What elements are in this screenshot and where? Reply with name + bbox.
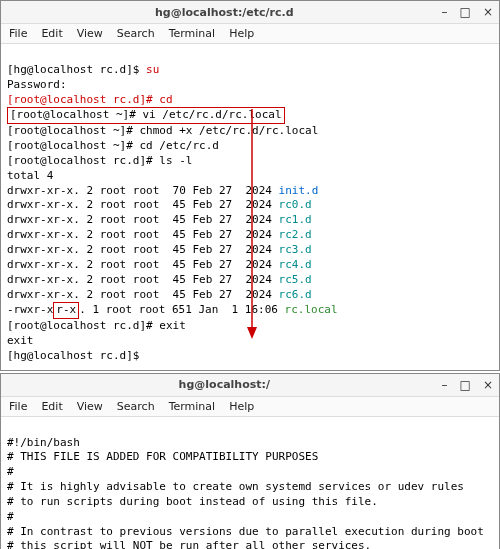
ls-row: drwxr-xr-x. 2 root root 45 Feb 27 2024 <box>7 288 279 301</box>
line: Password: <box>7 78 67 91</box>
line: # THIS FILE IS ADDED FOR COMPATIBILITY P… <box>7 450 318 463</box>
menu-help[interactable]: Help <box>229 27 254 40</box>
line: exit <box>7 334 34 347</box>
dir: rc3.d <box>279 243 312 256</box>
ls-row: drwxr-xr-x. 2 root root 45 Feb 27 2024 <box>7 273 279 286</box>
dir: rc2.d <box>279 228 312 241</box>
dir: rc0.d <box>279 198 312 211</box>
minimize-icon[interactable]: – <box>442 5 448 19</box>
line: # It is highly advisable to create own s… <box>7 480 464 493</box>
menu-edit[interactable]: Edit <box>41 27 62 40</box>
cmd: ls -l <box>159 154 192 167</box>
highlighted-command: [root@localhost ~]# vi /etc/rc.d/rc.loca… <box>7 107 285 124</box>
menu-view[interactable]: View <box>77 400 103 413</box>
menu-help[interactable]: Help <box>229 400 254 413</box>
maximize-icon[interactable]: □ <box>460 5 471 19</box>
close-icon[interactable]: × <box>483 5 493 19</box>
cmd: cd <box>159 93 172 106</box>
menu-search[interactable]: Search <box>117 400 155 413</box>
prompt: [root@localhost rc.d]# <box>7 154 159 167</box>
cmd: cd /etc/rc.d <box>139 139 218 152</box>
menu-search[interactable]: Search <box>117 27 155 40</box>
menu-file[interactable]: File <box>9 400 27 413</box>
maximize-icon[interactable]: □ <box>460 378 471 392</box>
ls-row: drwxr-xr-x. 2 root root 45 Feb 27 2024 <box>7 213 279 226</box>
prompt: [root@localhost rc.d]# <box>7 319 159 332</box>
dir: init.d <box>279 184 319 197</box>
ls-row: drwxr-xr-x. 2 root root 45 Feb 27 2024 <box>7 243 279 256</box>
cmd: su <box>146 63 159 76</box>
ls-row: drwxr-xr-x. 2 root root 45 Feb 27 2024 <box>7 228 279 241</box>
ls-row: drwxr-xr-x. 2 root root 70 Feb 27 2024 <box>7 184 279 197</box>
terminal-window-2: hg@localhost:/ – □ × File Edit View Sear… <box>0 373 500 549</box>
dir: rc6.d <box>279 288 312 301</box>
cmd: vi /etc/rc.d/rc.local <box>142 108 281 121</box>
perm-box: r-x <box>53 302 79 319</box>
ls-row: -rwxr-x <box>7 303 53 316</box>
ls-row: . 1 root root 651 Jan 1 16:06 <box>79 303 284 316</box>
menubar-1: File Edit View Search Terminal Help <box>1 24 499 44</box>
line: # this script will NOT be run after all … <box>7 539 371 549</box>
prompt: [root@localhost ~]# <box>7 124 139 137</box>
menu-view[interactable]: View <box>77 27 103 40</box>
prompt: [root@localhost rc.d]# <box>7 93 159 106</box>
menubar-2: File Edit View Search Terminal Help <box>1 397 499 417</box>
prompt: [root@localhost ~]# <box>10 108 142 121</box>
menu-edit[interactable]: Edit <box>41 400 62 413</box>
minimize-icon[interactable]: – <box>442 378 448 392</box>
window-title-2: hg@localhost:/ <box>7 378 442 391</box>
dir: rc1.d <box>279 213 312 226</box>
prompt: [hg@localhost rc.d]$ <box>7 349 146 362</box>
dir: rc4.d <box>279 258 312 271</box>
titlebar-2: hg@localhost:/ – □ × <box>1 374 499 397</box>
menu-terminal[interactable]: Terminal <box>169 27 216 40</box>
terminal-output-2[interactable]: #!/bin/bash # THIS FILE IS ADDED FOR COM… <box>1 417 499 549</box>
line: #!/bin/bash <box>7 436 80 449</box>
line: # In contrast to previous versions due t… <box>7 525 484 538</box>
cmd: exit <box>159 319 186 332</box>
cmd: chmod +x /etc/rc.d/rc.local <box>139 124 318 137</box>
dir: rc5.d <box>279 273 312 286</box>
prompt: [root@localhost ~]# <box>7 139 139 152</box>
terminal-window-1: hg@localhost:/etc/rc.d – □ × File Edit V… <box>0 0 500 371</box>
line: # <box>7 510 14 523</box>
menu-terminal[interactable]: Terminal <box>169 400 216 413</box>
ls-row: drwxr-xr-x. 2 root root 45 Feb 27 2024 <box>7 198 279 211</box>
line: # <box>7 465 14 478</box>
close-icon[interactable]: × <box>483 378 493 392</box>
titlebar-1: hg@localhost:/etc/rc.d – □ × <box>1 1 499 24</box>
terminal-output-1[interactable]: [hg@localhost rc.d]$ su Password: [root@… <box>1 44 499 370</box>
prompt: [hg@localhost rc.d]$ <box>7 63 146 76</box>
line: # to run scripts during boot instead of … <box>7 495 378 508</box>
window-title-1: hg@localhost:/etc/rc.d <box>7 6 442 19</box>
file: rc.local <box>285 303 338 316</box>
ls-row: drwxr-xr-x. 2 root root 45 Feb 27 2024 <box>7 258 279 271</box>
line: total 4 <box>7 169 53 182</box>
menu-file[interactable]: File <box>9 27 27 40</box>
